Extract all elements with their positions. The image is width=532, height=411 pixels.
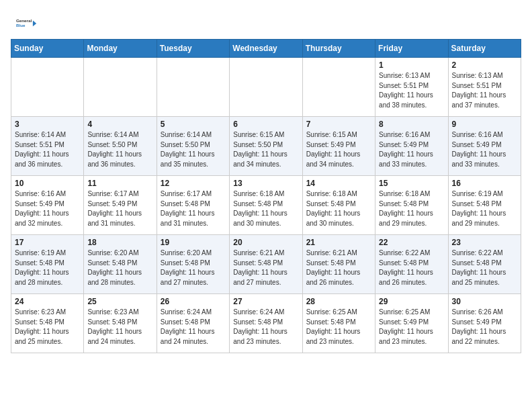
day-info: Sunrise: 6:18 AMSunset: 5:48 PMDaylight:… (379, 189, 444, 228)
day-info: Sunrise: 6:24 AMSunset: 5:48 PMDaylight:… (233, 308, 298, 347)
weekday-header-monday: Monday (84, 40, 157, 58)
weekday-header-saturday: Saturday (448, 40, 521, 58)
calendar-cell: 7Sunrise: 6:15 AMSunset: 5:49 PMDaylight… (302, 117, 375, 176)
calendar-cell: 23Sunrise: 6:22 AMSunset: 5:48 PMDayligh… (448, 235, 521, 294)
calendar-cell: 21Sunrise: 6:21 AMSunset: 5:48 PMDayligh… (302, 235, 375, 294)
day-info: Sunrise: 6:14 AMSunset: 5:50 PMDaylight:… (161, 130, 226, 169)
calendar-cell (302, 58, 375, 117)
day-number: 23 (452, 238, 517, 247)
day-info: Sunrise: 6:14 AMSunset: 5:51 PMDaylight:… (15, 130, 80, 169)
day-number: 2 (452, 60, 517, 70)
day-info: Sunrise: 6:13 AMSunset: 5:51 PMDaylight:… (379, 71, 444, 110)
day-number: 13 (233, 179, 298, 188)
day-number: 24 (15, 297, 80, 306)
weekday-header-tuesday: Tuesday (157, 40, 229, 58)
day-info: Sunrise: 6:21 AMSunset: 5:48 PMDaylight:… (233, 248, 298, 287)
day-number: 8 (379, 120, 444, 129)
calendar-cell: 16Sunrise: 6:19 AMSunset: 5:48 PMDayligh… (448, 176, 521, 235)
calendar-cell: 15Sunrise: 6:18 AMSunset: 5:48 PMDayligh… (375, 176, 448, 235)
day-number: 11 (87, 179, 152, 188)
day-number: 9 (452, 120, 517, 129)
day-number: 5 (161, 120, 226, 129)
calendar-cell: 18Sunrise: 6:20 AMSunset: 5:48 PMDayligh… (84, 235, 157, 294)
calendar-week-row: 10Sunrise: 6:16 AMSunset: 5:49 PMDayligh… (11, 176, 521, 235)
day-number: 16 (452, 179, 517, 188)
day-info: Sunrise: 6:18 AMSunset: 5:48 PMDaylight:… (306, 189, 371, 228)
calendar-cell: 17Sunrise: 6:19 AMSunset: 5:48 PMDayligh… (11, 235, 84, 294)
svg-text:General: General (16, 18, 32, 23)
calendar-week-row: 17Sunrise: 6:19 AMSunset: 5:48 PMDayligh… (11, 235, 521, 294)
day-number: 25 (87, 297, 152, 306)
calendar-cell: 10Sunrise: 6:16 AMSunset: 5:49 PMDayligh… (11, 176, 84, 235)
calendar-wrap: SundayMondayTuesdayWednesdayThursdayFrid… (0, 39, 532, 364)
day-info: Sunrise: 6:16 AMSunset: 5:49 PMDaylight:… (379, 130, 444, 169)
calendar-cell: 3Sunrise: 6:14 AMSunset: 5:51 PMDaylight… (11, 117, 84, 176)
calendar-cell: 22Sunrise: 6:22 AMSunset: 5:48 PMDayligh… (375, 235, 448, 294)
calendar-cell: 26Sunrise: 6:24 AMSunset: 5:48 PMDayligh… (157, 294, 229, 353)
calendar-cell: 14Sunrise: 6:18 AMSunset: 5:48 PMDayligh… (302, 176, 375, 235)
logo: GeneralBlue (16, 12, 40, 34)
day-number: 21 (306, 238, 371, 247)
calendar-cell (84, 58, 157, 117)
calendar-cell: 8Sunrise: 6:16 AMSunset: 5:49 PMDaylight… (375, 117, 448, 176)
calendar-week-row: 1Sunrise: 6:13 AMSunset: 5:51 PMDaylight… (11, 58, 521, 117)
day-info: Sunrise: 6:23 AMSunset: 5:48 PMDaylight:… (87, 308, 152, 347)
day-info: Sunrise: 6:20 AMSunset: 5:48 PMDaylight:… (161, 248, 226, 287)
weekday-header-friday: Friday (375, 40, 448, 58)
calendar-table: SundayMondayTuesdayWednesdayThursdayFrid… (11, 39, 521, 353)
day-number: 10 (15, 179, 80, 188)
calendar-cell (230, 58, 302, 117)
calendar-cell: 30Sunrise: 6:26 AMSunset: 5:49 PMDayligh… (448, 294, 521, 353)
day-info: Sunrise: 6:15 AMSunset: 5:50 PMDaylight:… (233, 130, 298, 169)
day-info: Sunrise: 6:22 AMSunset: 5:48 PMDaylight:… (379, 248, 444, 287)
calendar-cell (11, 58, 84, 117)
day-number: 29 (379, 297, 444, 306)
svg-marker-2 (33, 20, 36, 26)
calendar-cell (157, 58, 229, 117)
calendar-cell: 20Sunrise: 6:21 AMSunset: 5:48 PMDayligh… (230, 235, 302, 294)
calendar-cell: 2Sunrise: 6:13 AMSunset: 5:51 PMDaylight… (448, 58, 521, 117)
calendar-cell: 9Sunrise: 6:16 AMSunset: 5:49 PMDaylight… (448, 117, 521, 176)
calendar-cell: 25Sunrise: 6:23 AMSunset: 5:48 PMDayligh… (84, 294, 157, 353)
day-number: 22 (379, 238, 444, 247)
logo-icon: GeneralBlue (16, 12, 38, 34)
day-info: Sunrise: 6:19 AMSunset: 5:48 PMDaylight:… (15, 248, 80, 287)
calendar-cell: 27Sunrise: 6:24 AMSunset: 5:48 PMDayligh… (230, 294, 302, 353)
day-info: Sunrise: 6:24 AMSunset: 5:48 PMDaylight:… (161, 308, 226, 347)
calendar-cell: 13Sunrise: 6:18 AMSunset: 5:48 PMDayligh… (230, 176, 302, 235)
day-number: 3 (15, 120, 80, 129)
page: GeneralBlue SundayMondayTuesdayWednesday… (0, 0, 532, 364)
day-number: 20 (233, 238, 298, 247)
day-info: Sunrise: 6:21 AMSunset: 5:48 PMDaylight:… (306, 248, 371, 287)
calendar-cell: 4Sunrise: 6:14 AMSunset: 5:50 PMDaylight… (84, 117, 157, 176)
svg-text:Blue: Blue (16, 23, 26, 28)
calendar-cell: 24Sunrise: 6:23 AMSunset: 5:48 PMDayligh… (11, 294, 84, 353)
day-number: 17 (15, 238, 80, 247)
day-info: Sunrise: 6:16 AMSunset: 5:49 PMDaylight:… (452, 130, 517, 169)
day-number: 7 (306, 120, 371, 129)
calendar-cell: 11Sunrise: 6:17 AMSunset: 5:49 PMDayligh… (84, 176, 157, 235)
calendar-cell: 5Sunrise: 6:14 AMSunset: 5:50 PMDaylight… (157, 117, 229, 176)
day-number: 12 (161, 179, 226, 188)
calendar-week-row: 24Sunrise: 6:23 AMSunset: 5:48 PMDayligh… (11, 294, 521, 353)
day-info: Sunrise: 6:13 AMSunset: 5:51 PMDaylight:… (452, 71, 517, 110)
day-number: 14 (306, 179, 371, 188)
weekday-header-wednesday: Wednesday (230, 40, 302, 58)
day-number: 6 (233, 120, 298, 129)
calendar-cell: 12Sunrise: 6:17 AMSunset: 5:48 PMDayligh… (157, 176, 229, 235)
day-number: 4 (87, 120, 152, 129)
day-info: Sunrise: 6:14 AMSunset: 5:50 PMDaylight:… (87, 130, 152, 169)
day-number: 27 (233, 297, 298, 306)
day-info: Sunrise: 6:18 AMSunset: 5:48 PMDaylight:… (233, 189, 298, 228)
day-number: 1 (379, 60, 444, 70)
weekday-header-thursday: Thursday (302, 40, 375, 58)
day-info: Sunrise: 6:22 AMSunset: 5:48 PMDaylight:… (452, 248, 517, 287)
day-info: Sunrise: 6:25 AMSunset: 5:49 PMDaylight:… (379, 308, 444, 347)
weekday-header-sunday: Sunday (11, 40, 84, 58)
day-number: 19 (161, 238, 226, 247)
calendar-cell: 29Sunrise: 6:25 AMSunset: 5:49 PMDayligh… (375, 294, 448, 353)
day-info: Sunrise: 6:26 AMSunset: 5:49 PMDaylight:… (452, 308, 517, 347)
day-number: 30 (452, 297, 517, 306)
calendar-week-row: 3Sunrise: 6:14 AMSunset: 5:51 PMDaylight… (11, 117, 521, 176)
day-number: 15 (379, 179, 444, 188)
